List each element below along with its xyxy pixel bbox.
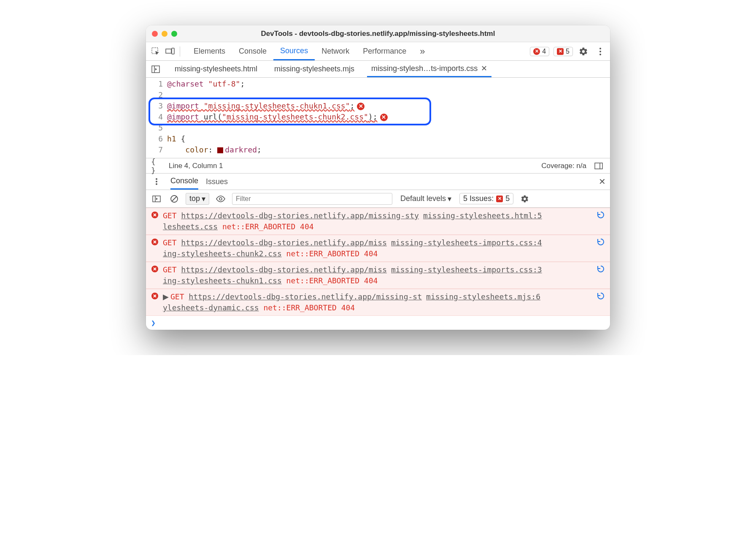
tab-elements[interactable]: Elements xyxy=(187,42,232,60)
more-tabs-icon[interactable]: » xyxy=(413,42,432,60)
file-tab-2[interactable]: missing-stylesh…ts-imports.css ✕ xyxy=(367,61,491,77)
chevron-down-icon: ▾ xyxy=(448,194,451,204)
drawer-tab-issues[interactable]: Issues xyxy=(206,174,228,190)
inspect-element-icon[interactable] xyxy=(149,45,162,58)
drawer-tab-console[interactable]: Console xyxy=(170,174,198,190)
console-error-row[interactable]: GET https://devtools-dbg-stories.netlify… xyxy=(146,208,610,235)
chevron-down-icon: ▾ xyxy=(202,194,205,204)
message-body: GET https://devtools-dbg-stories.netlify… xyxy=(163,210,605,232)
svg-point-11 xyxy=(156,181,157,182)
message-body: ▶GET https://devtools-dbg-stories.netlif… xyxy=(163,291,605,313)
tab-sources[interactable]: Sources xyxy=(273,42,315,60)
message-source-link[interactable]: missing-stylesheets.html:5 xyxy=(423,211,542,220)
main-toolbar: Elements Console Sources Network Perform… xyxy=(146,42,610,61)
zoom-window-icon[interactable] xyxy=(171,31,177,37)
cursor-position: Line 4, Column 1 xyxy=(169,162,223,170)
devtools-window: DevTools - devtools-dbg-stories.netlify.… xyxy=(146,25,610,330)
console-toolbar: top ▾ Default levels ▾ 5 Issues: ✕ 5 xyxy=(146,190,610,208)
live-expression-eye-icon[interactable] xyxy=(214,193,227,205)
drawer-kebab-icon[interactable] xyxy=(150,175,163,188)
issue-icon: ✕ xyxy=(557,48,564,55)
error-icon xyxy=(151,238,159,246)
file-tabs: missing-stylesheets.html missing-stylesh… xyxy=(146,61,610,78)
sidebar-toggle-icon[interactable] xyxy=(592,160,605,172)
coverage-status: Coverage: n/a xyxy=(541,162,586,170)
console-messages: GET https://devtools-dbg-stories.netlify… xyxy=(146,208,610,316)
file-tab-1[interactable]: missing-stylesheets.mjs xyxy=(270,61,359,77)
svg-point-5 xyxy=(599,54,601,55)
context-selector[interactable]: top ▾ xyxy=(186,193,209,205)
drawer-tabs: Console Issues ✕ xyxy=(146,173,610,190)
file-tab-0[interactable]: missing-stylesheets.html xyxy=(170,61,262,77)
console-sidebar-toggle-icon[interactable] xyxy=(150,193,163,205)
issues-button[interactable]: 5 Issues: ✕ 5 xyxy=(459,193,513,204)
file-tab-label: missing-stylesh…ts-imports.css xyxy=(371,64,478,73)
message-source-link[interactable]: missing-stylesheets-imports.css:4 xyxy=(391,238,542,247)
settings-gear-icon[interactable] xyxy=(577,45,590,58)
svg-rect-8 xyxy=(595,163,602,169)
console-error-row[interactable]: ▶GET https://devtools-dbg-stories.netlif… xyxy=(146,289,610,316)
error-icon xyxy=(151,292,159,300)
expand-triangle-icon[interactable]: ▶ xyxy=(163,293,169,301)
log-levels-selector[interactable]: Default levels ▾ xyxy=(397,193,454,205)
editor-statusbar: { } Line 4, Column 1 Coverage: n/a xyxy=(146,158,610,173)
console-prompt[interactable]: ❯ xyxy=(146,316,610,330)
error-icon[interactable]: ✕ xyxy=(380,114,388,121)
tab-network[interactable]: Network xyxy=(315,42,356,60)
window-title: DevTools - devtools-dbg-stories.netlify.… xyxy=(146,30,610,38)
svg-point-17 xyxy=(219,198,222,200)
reload-icon[interactable] xyxy=(597,265,605,273)
errors-badge[interactable]: ✕ 4 xyxy=(530,47,549,56)
close-drawer-icon[interactable]: ✕ xyxy=(599,176,606,187)
device-toolbar-icon[interactable] xyxy=(164,45,176,58)
file-tab-label: missing-stylesheets.html xyxy=(175,65,257,73)
error-icon xyxy=(151,265,159,273)
levels-label: Default levels xyxy=(400,194,446,203)
navigator-toggle-icon[interactable] xyxy=(149,63,162,76)
svg-point-12 xyxy=(156,183,157,185)
panel-tabs: Elements Console Sources Network Perform… xyxy=(187,42,432,60)
issues-count: 5 xyxy=(566,48,570,55)
error-icon: ✕ xyxy=(533,48,540,55)
reload-icon[interactable] xyxy=(597,292,605,300)
console-settings-gear-icon[interactable] xyxy=(518,193,531,205)
errors-count: 4 xyxy=(542,48,546,55)
issues-count: 5 xyxy=(505,194,510,203)
svg-line-16 xyxy=(172,196,177,201)
console-filter-input[interactable] xyxy=(232,193,392,205)
message-source-link[interactable]: missing-stylesheets.mjs:6 xyxy=(426,292,540,301)
issues-badge[interactable]: ✕ 5 xyxy=(554,47,573,56)
reload-icon[interactable] xyxy=(597,211,605,219)
kebab-menu-icon[interactable] xyxy=(594,45,607,58)
error-icon xyxy=(151,211,159,219)
message-source-link[interactable]: missing-stylesheets-imports.css:3 xyxy=(391,265,542,274)
context-label: top xyxy=(189,194,200,203)
issue-icon: ✕ xyxy=(496,195,503,202)
close-tab-icon[interactable]: ✕ xyxy=(481,64,487,73)
svg-point-4 xyxy=(599,51,601,52)
code-editor[interactable]: 1234567 @charset "utf-8"; @import "missi… xyxy=(146,78,610,158)
svg-rect-2 xyxy=(172,48,174,54)
issues-label: 5 Issues: xyxy=(463,194,494,203)
error-icon[interactable]: ✕ xyxy=(357,103,364,110)
message-body: GET https://devtools-dbg-stories.netlify… xyxy=(163,237,605,259)
format-braces-icon[interactable]: { } xyxy=(151,160,164,172)
line-gutter: 1234567 xyxy=(146,78,167,156)
color-swatch-icon[interactable] xyxy=(217,147,223,153)
reload-icon[interactable] xyxy=(597,238,605,246)
window-controls xyxy=(152,31,177,37)
console-error-row[interactable]: GET https://devtools-dbg-stories.netlify… xyxy=(146,235,610,262)
svg-point-3 xyxy=(599,48,601,49)
code-content: @charset "utf-8"; @import "missing-style… xyxy=(167,78,610,156)
file-tab-label: missing-stylesheets.mjs xyxy=(274,65,354,73)
tab-performance[interactable]: Performance xyxy=(356,42,413,60)
svg-rect-1 xyxy=(166,49,171,53)
message-body: GET https://devtools-dbg-stories.netlify… xyxy=(163,264,605,286)
minimize-window-icon[interactable] xyxy=(162,31,167,37)
console-error-row[interactable]: GET https://devtools-dbg-stories.netlify… xyxy=(146,262,610,289)
titlebar: DevTools - devtools-dbg-stories.netlify.… xyxy=(146,25,610,42)
clear-console-icon[interactable] xyxy=(168,193,181,205)
tab-console[interactable]: Console xyxy=(232,42,273,60)
svg-point-10 xyxy=(156,178,157,180)
close-window-icon[interactable] xyxy=(152,31,158,37)
